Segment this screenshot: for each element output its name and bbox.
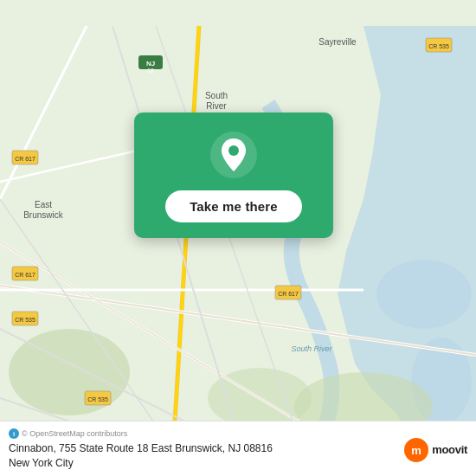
bottom-bar: i © OpenStreetMap contributors Cinnabon,…: [0, 421, 476, 476]
moovit-svg-icon: m: [408, 442, 424, 458]
moovit-logo[interactable]: m moovit: [404, 438, 467, 462]
svg-text:NJ: NJ: [146, 60, 155, 68]
take-me-there-button[interactable]: Take me there: [165, 190, 302, 222]
map-attribution: i © OpenStreetMap contributors: [9, 428, 273, 439]
svg-text:CR 535: CR 535: [428, 43, 449, 49]
svg-point-45: [228, 145, 239, 156]
svg-text:CR 617: CR 617: [15, 272, 35, 278]
svg-text:m: m: [411, 444, 421, 457]
svg-text:Sayreville: Sayreville: [318, 37, 357, 47]
svg-text:East: East: [35, 200, 52, 209]
svg-point-2: [376, 260, 472, 329]
attribution-text: © OpenStreetMap contributors: [22, 429, 127, 438]
location-address: Cinnabon, 755 State Route 18 East Brunsw…: [9, 441, 273, 471]
info-icon: i: [9, 428, 19, 439]
location-city: New York City: [9, 457, 74, 469]
map-container: NJ 18 CR 617 CR 617 CR 617 CR 53 CR 535 …: [0, 0, 476, 476]
svg-text:Brunswick: Brunswick: [23, 210, 64, 220]
location-pin-icon: [210, 132, 257, 178]
svg-text:River: River: [206, 101, 227, 111]
svg-text:CR 617: CR 617: [278, 291, 299, 297]
map-background: NJ 18 CR 617 CR 617 CR 617 CR 53 CR 535 …: [0, 0, 476, 476]
moovit-brand-text: moovit: [432, 443, 467, 456]
bottom-info: i © OpenStreetMap contributors Cinnabon,…: [9, 428, 273, 471]
moovit-icon: m: [404, 438, 428, 462]
svg-text:CR 535: CR 535: [87, 396, 108, 402]
svg-text:CR 617: CR 617: [15, 156, 35, 162]
location-name: Cinnabon, 755 State Route 18 East Brunsw…: [9, 442, 273, 454]
svg-text:South: South: [205, 91, 228, 100]
svg-text:South River: South River: [291, 344, 332, 353]
svg-text:CR 535: CR 535: [15, 317, 35, 323]
svg-text:18: 18: [147, 68, 154, 74]
overlay-card: Take me there: [134, 113, 333, 238]
